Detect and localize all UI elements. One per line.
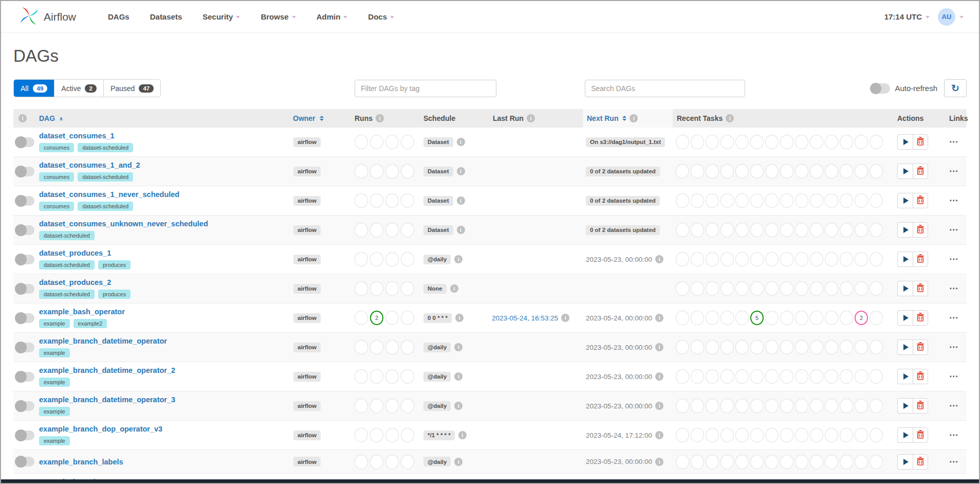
dag-name-link[interactable]: dataset_consumes_1_never_scheduled [39,190,179,199]
trigger-dag-button[interactable] [897,222,913,238]
info-icon[interactable]: i [454,255,463,263]
task-status-circle[interactable] [855,399,868,413]
dag-tag[interactable]: produces [98,290,131,299]
dag-tag[interactable]: example [39,407,70,416]
task-status-circle[interactable] [780,281,793,296]
dag-links-menu[interactable]: ⋯ [949,403,958,408]
task-status-circle[interactable] [840,223,853,237]
trigger-dag-button[interactable] [897,252,913,267]
task-status-circle[interactable] [735,164,749,178]
run-status-circle[interactable] [401,399,414,413]
run-status-circle[interactable] [401,193,414,208]
task-status-circle[interactable] [691,340,704,354]
owner-badge[interactable]: airflow [293,457,321,467]
tab-active[interactable]: Active 2 [54,80,104,97]
dag-tag[interactable]: produces [98,260,131,270]
dag-tag[interactable]: consumes [39,143,74,152]
task-status-circle[interactable] [765,399,779,413]
dag-tag[interactable]: dataset-scheduled [78,202,133,211]
task-status-circle[interactable] [750,135,764,149]
task-status-circle[interactable] [706,399,719,413]
task-status-circle[interactable] [795,281,808,296]
info-icon[interactable]: i [454,343,463,351]
trigger-dag-button[interactable] [897,369,913,384]
task-status-circle[interactable] [720,340,734,354]
task-status-circle[interactable] [765,252,779,266]
info-icon[interactable]: i [655,402,663,410]
task-status-circle[interactable] [795,428,808,442]
info-icon[interactable]: i [457,138,465,146]
owner-badge[interactable]: airflow [293,431,321,440]
run-status-circle[interactable] [401,164,414,178]
trigger-dag-button[interactable] [897,134,913,150]
task-status-circle[interactable] [750,455,764,469]
task-status-circle[interactable] [780,223,793,237]
task-status-circle[interactable] [706,164,719,178]
task-status-circle[interactable] [720,193,734,208]
delete-dag-button[interactable] [913,369,928,384]
task-status-circle[interactable] [676,164,689,178]
task-status-circle[interactable] [825,311,838,325]
task-status-circle[interactable] [870,252,883,266]
task-status-circle[interactable] [720,281,734,296]
task-status-circle[interactable] [780,252,793,266]
run-status-circle[interactable] [385,281,399,296]
airflow-brand[interactable]: Airflow [20,6,76,28]
task-status-circle[interactable] [780,164,793,178]
task-status-circle[interactable]: 2 [855,311,868,325]
delete-dag-button[interactable] [913,398,928,414]
dag-links-menu[interactable]: ⋯ [949,227,958,232]
task-status-circle[interactable] [795,135,808,149]
info-icon[interactable]: i [19,114,27,122]
run-status-circle[interactable] [401,252,414,266]
task-status-circle[interactable] [691,311,704,325]
task-status-circle[interactable] [720,399,734,413]
task-status-circle[interactable] [720,369,734,384]
task-status-circle[interactable] [676,369,689,384]
tab-all[interactable]: All 49 [14,80,54,97]
run-status-circle[interactable] [385,340,399,354]
task-status-circle[interactable] [706,340,719,354]
run-status-circle[interactable] [370,281,383,296]
task-status-circle[interactable] [676,428,689,442]
run-status-circle[interactable] [401,455,414,469]
task-status-circle[interactable] [676,223,689,237]
dag-tag[interactable]: example [39,319,70,328]
dag-name-link[interactable]: dataset_consumes_1_and_2 [39,161,140,169]
dag-links-menu[interactable]: ⋯ [949,286,958,291]
run-status-circle[interactable] [370,223,383,237]
task-status-circle[interactable] [720,164,734,178]
task-status-circle[interactable] [691,193,704,208]
tab-paused[interactable]: Paused 47 [104,80,160,97]
dag-links-menu[interactable]: ⋯ [949,198,958,203]
dag-name-link[interactable]: example_bash_operator [39,308,125,316]
run-status-circle[interactable] [385,223,399,237]
dag-links-menu[interactable]: ⋯ [949,374,958,379]
task-status-circle[interactable] [825,340,838,354]
trigger-dag-button[interactable] [897,427,913,443]
run-status-circle[interactable] [355,399,368,413]
dag-tag[interactable]: dataset-scheduled [78,143,133,152]
task-status-circle[interactable] [855,340,868,354]
run-status-circle[interactable] [385,369,399,384]
run-status-circle[interactable] [355,281,368,296]
task-status-circle[interactable] [750,428,764,442]
task-status-circle[interactable] [870,135,883,149]
run-status-circle[interactable] [370,164,383,178]
task-status-circle[interactable] [825,369,838,384]
task-status-circle[interactable] [691,164,704,178]
last-run-link[interactable]: 2023-05-24, 16:53:25 [492,314,558,322]
task-status-circle[interactable] [870,281,883,296]
task-status-circle[interactable] [870,399,883,413]
run-status-circle[interactable] [355,428,368,442]
info-icon[interactable]: i [454,402,463,410]
info-icon[interactable]: i [655,458,663,466]
dag-tag[interactable]: example2 [73,319,107,328]
task-status-circle[interactable] [825,164,838,178]
dag-tag[interactable]: example [39,436,70,445]
run-status-circle[interactable] [385,428,399,442]
trigger-dag-button[interactable] [897,193,913,208]
run-status-circle[interactable] [385,311,399,325]
task-status-circle[interactable] [765,281,779,296]
task-status-circle[interactable] [735,369,749,384]
